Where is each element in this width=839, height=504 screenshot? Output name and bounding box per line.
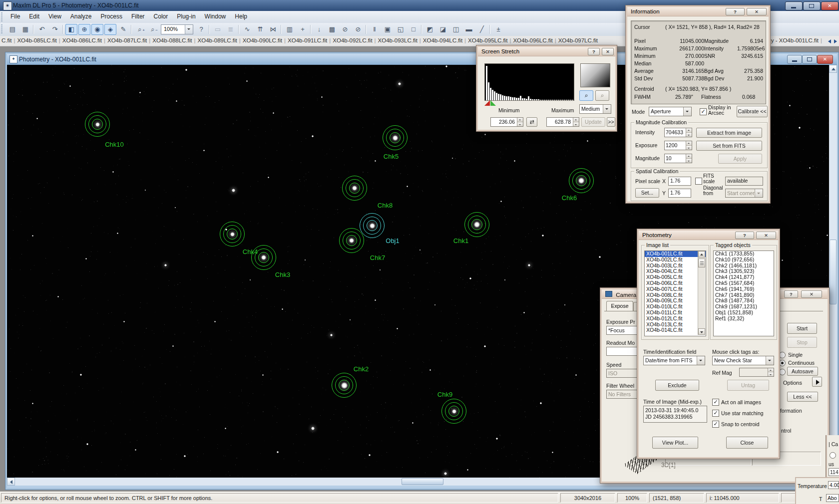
tagged-object-item[interactable]: Chk5 (1567,684) <box>714 280 774 286</box>
camera-close-button[interactable]: ✕ <box>801 290 822 298</box>
document-tab[interactable]: XO4b-087LC.fit <box>107 37 147 43</box>
stretch-histogram[interactable] <box>484 63 574 101</box>
document-tab[interactable]: XO4b-097LC.fit <box>558 37 598 43</box>
toggle-information-window-icon[interactable]: ⊕ <box>78 24 90 35</box>
image-list-item[interactable]: XO4b-007LC.fit <box>645 286 706 292</box>
calibrate-button[interactable]: Calibrate << <box>737 106 768 117</box>
image-restore-button[interactable] <box>802 55 817 64</box>
tagged-object-item[interactable]: Ref1 (32,32) <box>714 316 774 322</box>
photometry-close-button[interactable]: Close <box>726 437 768 449</box>
crosshair-tool-icon[interactable]: ↓ <box>313 24 325 35</box>
mode-select[interactable]: Aperture <box>649 107 692 116</box>
ref-mag-input[interactable] <box>739 368 774 377</box>
start-corner-select[interactable]: Start corner <box>725 189 763 198</box>
pixel-scale-y-input[interactable]: 1.76 <box>668 189 691 198</box>
document-tab[interactable]: XO4b-096LC.fit <box>513 37 552 43</box>
new-image-icon[interactable]: + <box>297 24 309 35</box>
set-button[interactable]: Set... <box>635 188 659 198</box>
stretch-maximum-input[interactable]: 628.78 <box>546 117 579 127</box>
stretch-minimum-input[interactable]: 236.06 <box>490 117 523 127</box>
document-tab[interactable]: XO4b-094LC.fit <box>423 37 462 43</box>
screen-stretch-close-button[interactable]: ✕ <box>602 48 614 55</box>
magnitude-input[interactable]: 10 <box>664 154 692 163</box>
intensity-input[interactable]: 704633 <box>664 128 692 137</box>
less-button[interactable]: Less << <box>787 392 818 402</box>
time-field-select[interactable]: Date/time from FITS <box>643 356 705 365</box>
information-help-button[interactable]: ? <box>726 8 745 15</box>
document-tab[interactable]: C.fit <box>1 37 11 43</box>
histogram-tool-icon[interactable]: ‖ <box>369 24 381 35</box>
photometry-help-button[interactable]: ? <box>735 232 754 239</box>
save-icon[interactable]: ▦ <box>19 24 31 35</box>
edge-radio-fragment[interactable] <box>830 452 836 459</box>
tagged-object-item[interactable]: Obj1 (1521,858) <box>714 310 774 316</box>
tab-expose[interactable]: Expose <box>606 301 633 311</box>
exposure-preset-select[interactable]: *Focus <box>606 326 638 335</box>
toggle-magnify-icon[interactable]: ◈ <box>104 24 116 35</box>
disable-filter-2-icon[interactable]: ⊘ <box>352 24 364 35</box>
layers-tool-2-icon[interactable]: ◱ <box>395 24 407 35</box>
tagged-object-item[interactable]: Chk6 (1941,769) <box>714 286 774 292</box>
menu-plugin[interactable]: Plug-in <box>172 11 200 23</box>
adjust-tool-1-icon[interactable]: ◩ <box>424 24 436 35</box>
tab-scroll-left-icon[interactable] <box>828 39 831 43</box>
tagged-object-item[interactable]: Chk10 (972,656) <box>714 257 774 263</box>
close-button[interactable]: ✕ <box>821 1 839 10</box>
checkbox-snap-to-centroid[interactable]: ✓ <box>712 421 719 428</box>
pixel-scale-x-input[interactable]: 1.76 <box>668 177 691 186</box>
exclude-button[interactable]: Exclude <box>655 380 699 391</box>
line-profile-icon[interactable]: ⇈ <box>254 24 266 35</box>
image-list[interactable]: XO4b-001LC.fitXO4b-002LC.fitXO4b-003LC.f… <box>644 251 706 336</box>
document-tab[interactable]: XO4b-085LC.fit <box>17 37 56 43</box>
document-tab[interactable]: XO4b-089LC.fit <box>198 37 237 43</box>
autosave-button[interactable]: Autosave <box>787 367 818 376</box>
image-list-item[interactable]: XO4b-014LC.fit <box>645 327 706 333</box>
tab-scroll-right-icon[interactable] <box>834 39 837 43</box>
toggle-night-vision-icon[interactable]: ◉ <box>91 24 103 35</box>
mouse-tags-select[interactable]: New Check Star <box>712 356 774 365</box>
image-list-item[interactable]: XO4b-012LC.fit <box>645 316 706 322</box>
menu-color[interactable]: Color <box>149 11 173 23</box>
menu-window[interactable]: Window <box>200 11 231 23</box>
layers-tool-1-icon[interactable]: ▣ <box>382 24 394 35</box>
minimize-button[interactable] <box>785 1 803 10</box>
image-list-item[interactable]: XO4b-011LC.fit <box>645 310 706 316</box>
menu-filter[interactable]: Filter <box>127 11 149 23</box>
adjust-tool-2-icon[interactable]: ◪ <box>437 24 449 35</box>
adjust-tool-3-icon[interactable]: ◫ <box>450 24 462 35</box>
context-help-icon[interactable]: ? <box>195 24 207 35</box>
options-button[interactable] <box>812 377 822 387</box>
flatten-tool-icon[interactable]: ▬ <box>463 24 475 35</box>
redo-icon[interactable]: ↷ <box>49 24 61 35</box>
stretch-swap-button[interactable]: ⇄ <box>526 117 537 127</box>
tagged-objects-list[interactable]: Chk1 (1733,855)Chk10 (972,656)Chk2 (1466… <box>713 251 774 336</box>
untag-button[interactable]: Untag <box>727 380 769 391</box>
start-button[interactable]: Start <box>787 323 817 334</box>
stretch-more-button[interactable]: >> <box>607 117 615 127</box>
document-tab[interactable]: XO4b-086LC.fit <box>62 37 102 43</box>
menu-help[interactable]: Help <box>230 11 252 23</box>
checkbox-act-on-all-images[interactable]: ✓ <box>712 399 719 406</box>
menu-analyze[interactable]: Analyze <box>66 11 96 23</box>
exposure-input[interactable]: 1200 <box>664 141 692 150</box>
image-vertical-scrollbar[interactable] <box>829 65 837 478</box>
apply-button[interactable]: Apply <box>718 154 762 164</box>
document-tab[interactable]: XO4b-095LC.fit <box>468 37 507 43</box>
selection-tool-icon[interactable]: □ <box>408 24 420 35</box>
slope-tool-icon[interactable]: ╱ <box>476 24 488 35</box>
menu-process[interactable]: Process <box>96 11 127 23</box>
image-list-scrollbar[interactable] <box>698 251 705 335</box>
filter-wheel-select[interactable]: No Filters <box>606 390 638 399</box>
maximize-button[interactable] <box>803 1 821 10</box>
document-tab[interactable]: XO4b-091LC.fit <box>288 37 327 43</box>
undo-icon[interactable]: ↶ <box>36 24 48 35</box>
menu-gripper[interactable] <box>1 12 2 21</box>
speed-select[interactable]: ISO <box>606 369 638 378</box>
menu-file[interactable]: File <box>6 11 24 23</box>
extract-from-image-button[interactable]: Extract from image <box>696 128 762 138</box>
toolbar-gripper[interactable] <box>1 24 2 34</box>
graph-window-icon[interactable]: ∿ <box>241 24 253 35</box>
image-minimize-button[interactable] <box>787 55 802 64</box>
set-from-fits-button[interactable]: Set from FITS <box>696 141 762 151</box>
stretch-zoom-in-button[interactable]: ⌕ <box>579 90 593 101</box>
